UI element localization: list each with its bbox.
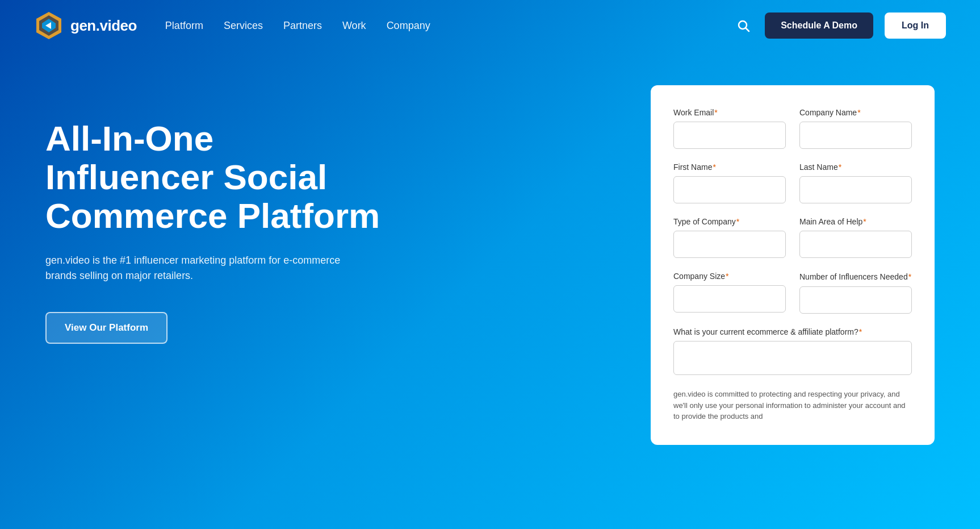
hero-section: All-In-One Influencer Social Commerce Pl… xyxy=(45,85,617,344)
header: gen.video Platform Services Partners Wor… xyxy=(0,0,980,51)
ecommerce-platform-field: What is your current ecommerce & affilia… xyxy=(673,327,912,375)
hero-subtitle: gen.video is the #1 influencer marketing… xyxy=(45,253,341,284)
first-name-input[interactable] xyxy=(673,176,786,203)
company-name-field: Company Name* xyxy=(799,108,912,149)
form-panel: Work Email* Company Name* First Name* xyxy=(651,85,935,445)
company-size-input[interactable] xyxy=(673,285,786,313)
form-row-3: Type of Company* Main Area of Help* xyxy=(673,217,912,258)
number-of-influencers-input[interactable] xyxy=(799,286,912,314)
page-wrapper: gen.video Platform Services Partners Wor… xyxy=(0,0,980,529)
main-content: All-In-One Influencer Social Commerce Pl… xyxy=(0,51,980,529)
work-email-input[interactable] xyxy=(673,122,786,149)
last-name-field: Last Name* xyxy=(799,163,912,203)
form-row-5: What is your current ecommerce & affilia… xyxy=(673,327,912,375)
ecommerce-platform-input[interactable] xyxy=(673,341,912,375)
type-of-company-input[interactable] xyxy=(673,231,786,258)
main-area-of-help-label: Main Area of Help* xyxy=(799,217,912,226)
first-name-label: First Name* xyxy=(673,163,786,172)
header-right: Schedule A Demo Log In xyxy=(733,13,946,39)
form-row-1: Work Email* Company Name* xyxy=(673,108,912,149)
type-of-company-field: Type of Company* xyxy=(673,217,786,258)
nav-item-partners[interactable]: Partners xyxy=(283,20,322,32)
ecommerce-platform-label: What is your current ecommerce & affilia… xyxy=(673,327,912,336)
main-area-of-help-input[interactable] xyxy=(799,231,912,258)
company-name-label: Company Name* xyxy=(799,108,912,117)
last-name-input[interactable] xyxy=(799,176,912,203)
last-name-label: Last Name* xyxy=(799,163,912,172)
type-of-company-label: Type of Company* xyxy=(673,217,786,226)
header-left: gen.video Platform Services Partners Wor… xyxy=(34,11,430,40)
number-of-influencers-field: Number of Influencers Needed* xyxy=(799,272,912,314)
first-name-field: First Name* xyxy=(673,163,786,203)
logo-text: gen.video xyxy=(70,17,137,35)
work-email-label: Work Email* xyxy=(673,108,786,117)
nav-item-company[interactable]: Company xyxy=(387,20,430,32)
privacy-text: gen.video is committed to protecting and… xyxy=(673,389,912,422)
svg-line-5 xyxy=(746,28,749,32)
nav-links: Platform Services Partners Work Company xyxy=(165,20,430,32)
nav-item-work[interactable]: Work xyxy=(342,20,366,32)
nav-item-services[interactable]: Services xyxy=(224,20,263,32)
company-size-label: Company Size* xyxy=(673,272,786,281)
number-of-influencers-label: Number of Influencers Needed* xyxy=(799,272,912,282)
schedule-demo-button[interactable]: Schedule A Demo xyxy=(765,13,873,39)
logo-icon xyxy=(34,11,64,40)
login-button[interactable]: Log In xyxy=(885,13,946,39)
logo[interactable]: gen.video xyxy=(34,11,137,40)
main-area-of-help-field: Main Area of Help* xyxy=(799,217,912,258)
work-email-field: Work Email* xyxy=(673,108,786,149)
nav-item-platform[interactable]: Platform xyxy=(165,20,203,32)
form-row-4: Company Size* Number of Influencers Need… xyxy=(673,272,912,314)
search-icon[interactable] xyxy=(733,15,753,36)
form-row-2: First Name* Last Name* xyxy=(673,163,912,203)
company-size-field: Company Size* xyxy=(673,272,786,314)
hero-title: All-In-One Influencer Social Commerce Pl… xyxy=(45,119,386,236)
company-name-input[interactable] xyxy=(799,122,912,149)
view-platform-button[interactable]: View Our Platform xyxy=(45,312,167,344)
